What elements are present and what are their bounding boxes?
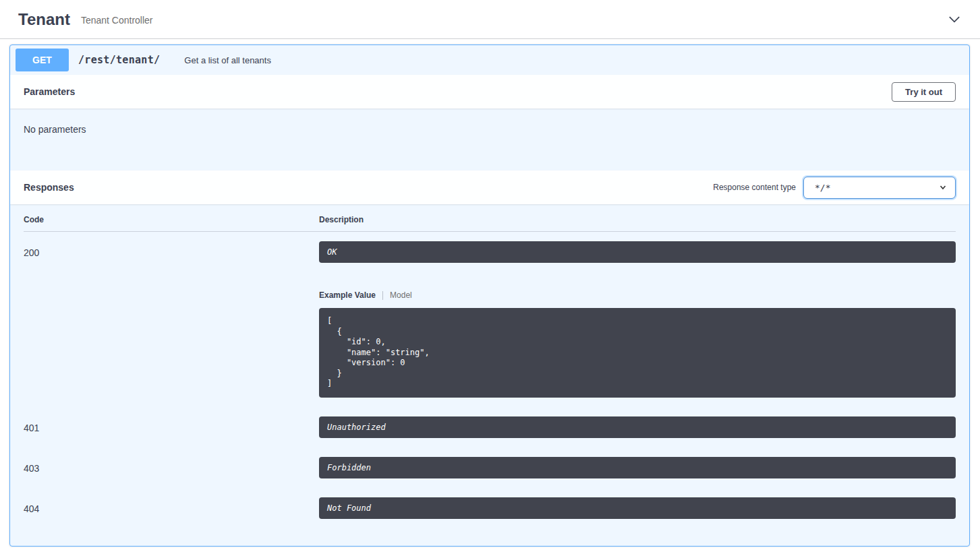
response-code: 401 [24, 416, 319, 438]
tab-example-value[interactable]: Example Value [319, 290, 376, 300]
responses-title: Responses [24, 182, 74, 193]
response-description-cell: Forbidden [319, 457, 956, 478]
parameters-body: No parameters [10, 108, 969, 170]
operation-block-get: GET /rest/tenant/ Get a list of all tena… [9, 44, 970, 547]
response-row-401: 401 Unauthorized [24, 416, 956, 438]
response-description-cell: Unauthorized [319, 416, 956, 438]
response-content-type-value: */* [815, 183, 830, 193]
tab-model[interactable]: Model [390, 290, 412, 300]
tag-section-header[interactable]: Tenant Tenant Controller [0, 0, 980, 39]
no-parameters-message: No parameters [24, 124, 86, 135]
response-code: 403 [24, 457, 319, 478]
response-description-block: Not Found [319, 497, 956, 519]
response-content-type-select[interactable]: */* [803, 177, 956, 199]
response-code: 200 [24, 241, 319, 398]
operation-summary[interactable]: GET /rest/tenant/ Get a list of all tena… [10, 45, 969, 75]
response-description-block: Forbidden [319, 457, 956, 478]
code-column-header: Code [24, 215, 319, 224]
response-code: 404 [24, 497, 319, 519]
chevron-down-icon[interactable] [947, 12, 962, 27]
response-description-cell: OK Example Value Model [ { "id": 0, "nam… [319, 241, 956, 398]
response-row-403: 403 Forbidden [24, 457, 956, 478]
responses-section-header: Responses Response content type */* [10, 170, 969, 204]
response-row-200: 200 OK Example Value Model [ { "id": 0, … [24, 241, 956, 398]
select-chevron-down-icon [939, 183, 947, 191]
parameters-section-header: Parameters Try it out [10, 75, 969, 108]
response-description-block: OK [319, 241, 956, 263]
example-json-code-block: [ { "id": 0, "name": "string", "version"… [319, 308, 956, 398]
response-content-type-wrap: Response content type */* [713, 177, 956, 199]
response-content-type-label: Response content type [713, 183, 796, 192]
endpoint-path: /rest/tenant/ [78, 54, 160, 66]
endpoint-description: Get a list of all tenants [184, 55, 271, 65]
responses-table: Code Description 200 OK Example Value Mo… [10, 204, 969, 546]
tag-description: Tenant Controller [81, 13, 153, 26]
parameters-title: Parameters [24, 86, 75, 97]
tag-title: Tenant [18, 10, 70, 29]
responses-table-header: Code Description [24, 204, 956, 232]
response-description-block: Unauthorized [319, 416, 956, 438]
response-description-cell: Not Found [319, 497, 956, 519]
tab-divider [382, 291, 383, 300]
try-it-out-button[interactable]: Try it out [892, 82, 956, 102]
description-column-header: Description [319, 215, 956, 224]
example-model-tabs: Example Value Model [319, 290, 956, 300]
method-badge: GET [16, 49, 69, 71]
response-row-404: 404 Not Found [24, 497, 956, 519]
